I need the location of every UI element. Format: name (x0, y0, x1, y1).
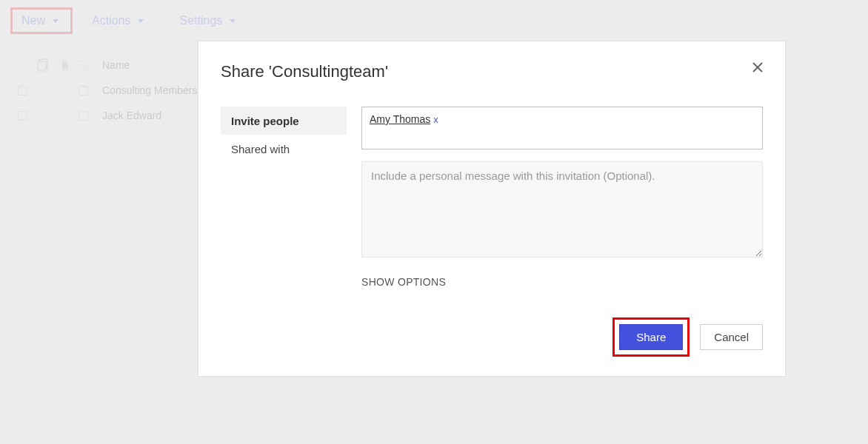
cancel-button[interactable]: Cancel (700, 324, 763, 350)
tab-invite-people[interactable]: Invite people (221, 107, 347, 135)
dialog-side-tabs: Invite people Shared with (221, 107, 347, 288)
show-options-link[interactable]: SHOW OPTIONS (361, 276, 763, 288)
share-dialog: Share 'Consultingteam' Invite people Sha… (198, 41, 785, 376)
dialog-main: Amy Thomas x SHOW OPTIONS (361, 107, 763, 288)
annotation-highlight-share: Share (612, 317, 690, 357)
message-input[interactable] (361, 161, 763, 258)
people-chip-name[interactable]: Amy Thomas (370, 113, 430, 125)
page-root: New Actions Settings (0, 0, 868, 444)
tab-shared-with[interactable]: Shared with (221, 135, 347, 163)
dialog-title: Share 'Consultingteam' (221, 62, 763, 81)
people-chip: Amy Thomas x (370, 113, 438, 125)
close-button[interactable] (747, 56, 769, 78)
share-button[interactable]: Share (619, 324, 683, 350)
dialog-body: Invite people Shared with Amy Thomas x S… (221, 107, 763, 288)
close-icon (751, 61, 764, 74)
people-chip-remove[interactable]: x (433, 114, 438, 125)
dialog-footer: Share Cancel (612, 317, 763, 357)
people-picker[interactable]: Amy Thomas x (361, 107, 763, 149)
